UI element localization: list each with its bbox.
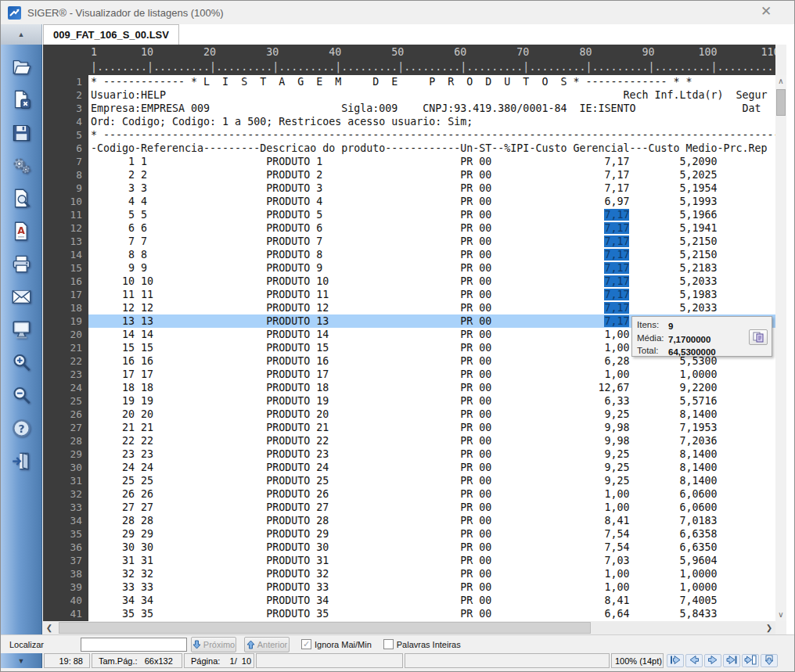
content-line[interactable]: 19 19 PRODUTO 19 PR 00 6,33 5,5716 bbox=[88, 394, 775, 408]
content-line[interactable]: 20 20 PRODUTO 20 PR 00 9,25 8,1400 bbox=[88, 408, 775, 421]
preview-icon bbox=[11, 188, 32, 212]
line-numbers: 1234567891011121314151617181920212223242… bbox=[43, 75, 88, 621]
content-line[interactable]: Empresa:EMPRESA 009 Sigla:009 CNPJ:93.41… bbox=[88, 102, 775, 115]
close-button[interactable]: ✕ bbox=[755, 2, 777, 21]
cursor-position-cell: 19: 88 bbox=[44, 653, 90, 668]
line-number: 38 bbox=[43, 567, 82, 580]
column-selection: 7,17 bbox=[604, 222, 629, 234]
scroll-left-arrow-icon[interactable]: ❮ bbox=[43, 623, 56, 632]
page-number-cell: Página: 1/ 10 bbox=[184, 653, 254, 668]
content-line[interactable]: 32 32 PRODUTO 32 PR 00 1,00 1,0000 bbox=[88, 567, 775, 580]
file-tab[interactable]: 009_FAT_106_S_00.LSV bbox=[43, 24, 179, 45]
email-button[interactable] bbox=[7, 284, 35, 312]
last-line-button[interactable] bbox=[761, 654, 778, 667]
title-bar[interactable]: SIGER® - Visualizador de listagens (100%… bbox=[1, 1, 794, 24]
content-line[interactable]: 22 22 PRODUTO 22 PR 00 9,98 7,2036 bbox=[88, 434, 775, 447]
line-number: 35 bbox=[43, 527, 82, 541]
next-button[interactable]: Próximo bbox=[191, 637, 236, 652]
ignore-case-checkbox[interactable]: ✓ bbox=[301, 639, 311, 649]
total-value: 64,5300000 bbox=[668, 345, 716, 358]
content-line[interactable]: 29 29 PRODUTO 29 PR 00 7,54 6,6358 bbox=[88, 527, 775, 541]
content-line[interactable]: 1 1 PRODUTO 1 PR 00 7,17 5,2090 bbox=[88, 155, 775, 168]
search-input[interactable] bbox=[81, 638, 187, 652]
content-line[interactable]: 27 27 PRODUTO 27 PR 00 1,00 6,0600 bbox=[88, 501, 775, 514]
line-number: 31 bbox=[43, 474, 82, 487]
status-empty-cell-1 bbox=[256, 653, 403, 668]
content-line[interactable]: 30 30 PRODUTO 30 PR 00 7,54 6,6350 bbox=[88, 541, 775, 554]
close-file-button[interactable] bbox=[7, 87, 35, 115]
sidebar-scroll-up-button[interactable]: ▲ bbox=[1, 24, 42, 45]
content-line[interactable]: * ------------- * L I S T A G E M D E P … bbox=[88, 75, 775, 88]
content-line[interactable]: 10 10 PRODUTO 10 PR 00 7,17 5,2033 bbox=[88, 275, 775, 288]
content-line[interactable]: Ord: Codigo; Codigo: 1 a 500; Restricoes… bbox=[88, 115, 775, 128]
next-page-icon bbox=[707, 655, 719, 667]
content-line[interactable]: 7 7 PRODUTO 7 PR 00 7,17 5,2150 bbox=[88, 235, 775, 248]
monitor-button[interactable] bbox=[7, 317, 35, 345]
previous-button[interactable]: Anterior bbox=[244, 637, 290, 652]
first-page-button[interactable] bbox=[667, 654, 684, 667]
scroll-right-arrow-icon[interactable]: ❯ bbox=[763, 623, 775, 632]
print-button[interactable] bbox=[7, 251, 35, 279]
content-line[interactable]: 31 31 PRODUTO 31 PR 00 7,03 5,9604 bbox=[88, 554, 775, 567]
content-line[interactable]: 34 34 PRODUTO 34 PR 00 8,41 7,4005 bbox=[88, 594, 775, 607]
content-line[interactable]: 17 17 PRODUTO 17 PR 00 1,00 1,0000 bbox=[88, 368, 775, 381]
ignore-case-label: Ignora Mai/Min bbox=[315, 640, 372, 649]
settings-button[interactable] bbox=[7, 153, 35, 181]
content-line[interactable]: 35 35 PRODUTO 35 PR 00 6,64 5,8433 bbox=[88, 607, 775, 620]
vertical-scrollbar-thumb[interactable] bbox=[776, 89, 786, 116]
email-icon bbox=[11, 286, 32, 311]
triangle-down-icon: ▼ bbox=[18, 657, 25, 665]
selection-stats-tooltip: Itens:9 Média:7,1700000 Total:64,5300000 bbox=[631, 316, 772, 357]
save-button[interactable] bbox=[7, 120, 35, 148]
content-line[interactable]: * --------------------------------------… bbox=[88, 128, 775, 142]
open-file-button[interactable] bbox=[7, 54, 35, 82]
content-line[interactable]: Usuario:HELP Rech Inf.Ltda(r) Segur bbox=[88, 88, 775, 102]
content-line[interactable]: 2 2 PRODUTO 2 PR 00 7,17 5,2025 bbox=[88, 168, 775, 181]
content-line[interactable]: 6 6 PRODUTO 6 PR 00 7,17 5,1941 bbox=[88, 221, 775, 235]
horizontal-scrollbar-track[interactable] bbox=[56, 621, 763, 634]
help-icon: ? bbox=[11, 418, 32, 442]
content-line[interactable]: 4 4 PRODUTO 4 PR 00 6,97 5,1993 bbox=[88, 195, 775, 208]
line-number: 33 bbox=[43, 501, 82, 514]
help-button[interactable]: ? bbox=[7, 415, 35, 444]
last-page-button[interactable] bbox=[723, 654, 740, 667]
content-line[interactable]: 28 28 PRODUTO 28 PR 00 8,41 7,0183 bbox=[88, 514, 775, 527]
content-line[interactable]: -Codigo-Referencia---------Descricao do … bbox=[88, 142, 775, 155]
vertical-scrollbar[interactable]: ∧ ∨ bbox=[775, 75, 786, 621]
line-number: 6 bbox=[43, 142, 82, 155]
content-line[interactable]: 8 8 PRODUTO 8 PR 00 7,17 5,2150 bbox=[88, 248, 775, 261]
line-number: 11 bbox=[43, 208, 82, 221]
copy-selection-button[interactable] bbox=[749, 329, 768, 345]
content-line[interactable]: 26 26 PRODUTO 26 PR 00 1,00 6,0600 bbox=[88, 487, 775, 501]
whole-words-checkbox[interactable] bbox=[383, 639, 394, 649]
column-selection: 7,17 bbox=[604, 315, 629, 327]
content-line[interactable]: 3 3 PRODUTO 3 PR 00 7,17 5,1954 bbox=[88, 181, 775, 195]
close-file-icon bbox=[11, 89, 32, 113]
content-line[interactable]: 5 5 PRODUTO 5 PR 00 7,17 5,1966 bbox=[88, 208, 775, 221]
line-number: 2 bbox=[43, 88, 82, 102]
content-line[interactable]: 23 23 PRODUTO 23 PR 00 9,25 8,1400 bbox=[88, 447, 775, 461]
content-line[interactable]: 12 12 PRODUTO 12 PR 00 7,17 5,2033 bbox=[88, 301, 775, 314]
app-logo-icon bbox=[8, 6, 21, 20]
content-line[interactable]: 21 21 PRODUTO 21 PR 00 9,98 7,1953 bbox=[88, 421, 775, 434]
sidebar-scroll-down-button[interactable]: ▼ bbox=[1, 653, 42, 668]
pdf-export-button[interactable]: A bbox=[7, 218, 35, 246]
next-page-button[interactable] bbox=[704, 654, 721, 667]
horizontal-scrollbar[interactable]: ❮ ❯ bbox=[43, 621, 775, 634]
content-line[interactable]: 9 9 PRODUTO 9 PR 00 7,17 5,2183 bbox=[88, 261, 775, 275]
exit-button[interactable] bbox=[7, 448, 35, 476]
content-line[interactable]: 18 18 PRODUTO 18 PR 00 12,67 9,2200 bbox=[88, 381, 775, 394]
zoom-out-button[interactable] bbox=[7, 383, 35, 411]
scroll-down-arrow-icon[interactable]: ∨ bbox=[775, 609, 786, 621]
zoom-in-button[interactable] bbox=[7, 350, 35, 378]
horizontal-scrollbar-thumb[interactable] bbox=[59, 622, 591, 634]
content-line[interactable]: 11 11 PRODUTO 11 PR 00 7,17 5,1983 bbox=[88, 288, 775, 301]
scroll-up-arrow-icon[interactable]: ∧ bbox=[775, 75, 786, 88]
content-line[interactable]: 33 33 PRODUTO 33 PR 00 1,00 1,0000 bbox=[88, 580, 775, 594]
go-to-page-button[interactable] bbox=[742, 654, 759, 667]
content-line[interactable]: 25 25 PRODUTO 25 PR 00 9,25 8,1400 bbox=[88, 474, 775, 487]
previous-page-button[interactable] bbox=[685, 654, 703, 667]
preview-button[interactable] bbox=[7, 185, 35, 214]
line-number: 32 bbox=[43, 487, 82, 501]
content-line[interactable]: 24 24 PRODUTO 24 PR 00 9,25 8,1400 bbox=[88, 461, 775, 474]
